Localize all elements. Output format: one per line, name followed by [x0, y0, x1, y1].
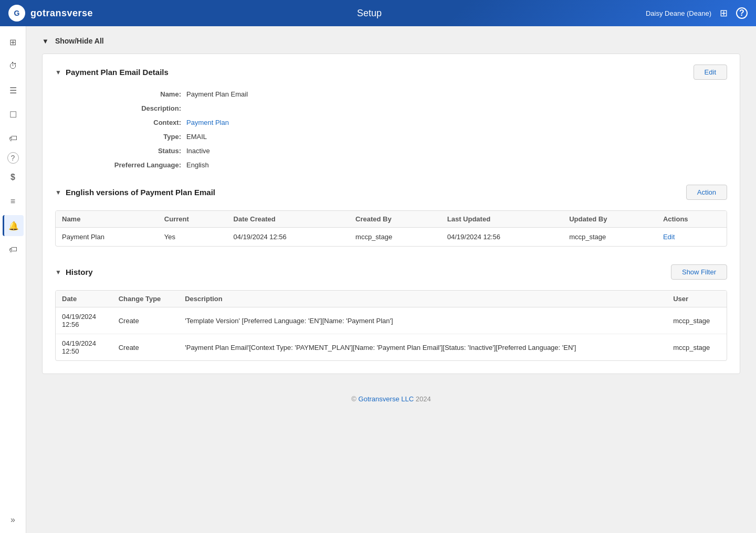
col-last-updated: Last Updated — [441, 211, 563, 228]
payment-plan-details-arrow: ▼ — [55, 69, 61, 76]
col-current: Current — [158, 211, 227, 228]
history-table: Date Change Type Description User 04/19/… — [56, 291, 727, 360]
cell-date-created: 04/19/2024 12:56 — [227, 228, 349, 247]
cell-name: Payment Plan — [56, 228, 158, 247]
sidebar-item-clock[interactable]: ⏱ — [3, 56, 24, 77]
sidebar-item-page[interactable]: ☐ — [3, 104, 24, 125]
payment-plan-details-title-text: Payment Plan Email Details — [66, 68, 169, 77]
history-table-wrapper: Date Change Type Description User 04/19/… — [55, 290, 727, 361]
history-cell-change-type-2: Create — [112, 334, 179, 361]
name-value: Payment Plan Email — [186, 90, 727, 98]
history-cell-date-2: 04/19/202412:50 — [56, 334, 112, 361]
cell-created-by: mccp_stage — [349, 228, 441, 247]
edit-button[interactable]: Edit — [694, 65, 727, 80]
english-versions-table-head: Name Current Date Created Created By Las… — [56, 211, 727, 228]
sidebar-item-bag[interactable]: 🏷 — [3, 128, 24, 149]
page-title: Setup — [357, 8, 382, 19]
table-row: Payment Plan Yes 04/19/2024 12:56 mccp_s… — [56, 228, 727, 247]
preferred-language-value: English — [186, 161, 727, 169]
main-card: ▼ Payment Plan Email Details Edit Name: … — [42, 54, 740, 374]
history-col-user: User — [667, 291, 727, 307]
history-col-change-type: Change Type — [112, 291, 179, 307]
sidebar-item-tag[interactable]: 🏷 — [3, 239, 24, 260]
top-nav-left: G gotransverse — [8, 5, 93, 22]
sidebar-item-lines[interactable]: ≡ — [3, 191, 24, 212]
english-versions-table-wrapper: Name Current Date Created Created By Las… — [55, 210, 727, 247]
show-hide-label: Show/Hide All — [55, 37, 104, 45]
history-cell-description-1: 'Template Version' [Preferred Language: … — [178, 307, 667, 334]
description-value — [186, 104, 727, 112]
show-hide-all[interactable]: ▼ Show/Hide All — [42, 37, 740, 45]
history-table-head: Date Change Type Description User — [56, 291, 727, 307]
show-hide-arrow: ▼ — [42, 37, 49, 45]
top-nav-right: Daisy Deane (Deane) ⊞ ? — [646, 7, 748, 19]
show-filter-button[interactable]: Show Filter — [671, 264, 727, 280]
logo: G — [8, 5, 25, 22]
history-table-body: 04/19/202412:56 Create 'Template Version… — [56, 307, 727, 361]
english-versions-arrow: ▼ — [55, 189, 61, 196]
history-cell-user-1: mccp_stage — [667, 307, 727, 334]
english-versions-title-text: English versions of Payment Plan Email — [66, 188, 215, 197]
english-versions-table-header-row: Name Current Date Created Created By Las… — [56, 211, 727, 228]
grid-nav-icon[interactable]: ⊞ — [720, 7, 728, 19]
english-versions-title: ▼ English versions of Payment Plan Email — [55, 188, 215, 197]
payment-plan-details-title: ▼ Payment Plan Email Details — [55, 68, 169, 77]
status-value: Inactive — [186, 147, 727, 155]
footer: © Gotransverse LLC 2024 — [42, 385, 740, 413]
description-label: Description: — [76, 104, 181, 112]
col-name: Name — [56, 211, 158, 228]
english-versions-table-body: Payment Plan Yes 04/19/2024 12:56 mccp_s… — [56, 228, 727, 247]
history-title-text: History — [66, 268, 93, 276]
col-created-by: Created By — [349, 211, 441, 228]
type-value: EMAIL — [186, 133, 727, 141]
top-navigation: G gotransverse Setup Daisy Deane (Deane)… — [0, 0, 756, 26]
sidebar: ⊞ ⏱ ☰ ☐ 🏷 ? $ ≡ 🔔 🏷 » — [0, 26, 26, 533]
col-date-created: Date Created — [227, 211, 349, 228]
footer-copyright: © — [351, 395, 356, 403]
context-label: Context: — [76, 119, 181, 126]
history-arrow: ▼ — [55, 269, 61, 276]
type-label: Type: — [76, 133, 181, 141]
main-content: ▼ Show/Hide All ▼ Payment Plan Email Det… — [26, 26, 756, 533]
history-col-description: Description — [178, 291, 667, 307]
table-row: 04/19/202412:56 Create 'Template Version… — [56, 307, 727, 334]
logo-text: G — [14, 9, 20, 17]
history-header: ▼ History Show Filter — [55, 264, 727, 280]
sidebar-item-bell[interactable]: 🔔 — [3, 215, 24, 236]
english-versions-header: ▼ English versions of Payment Plan Email… — [55, 185, 727, 200]
history-title: ▼ History — [55, 268, 93, 276]
app-name: gotransverse — [30, 8, 93, 19]
footer-year: 2024 — [416, 395, 431, 403]
cell-updated-by: mccp_stage — [563, 228, 657, 247]
history-cell-change-type-1: Create — [112, 307, 179, 334]
preferred-language-label: Preferred Language: — [76, 161, 181, 169]
context-value[interactable]: Payment Plan — [186, 119, 727, 126]
details-grid: Name: Payment Plan Email Description: Co… — [76, 90, 727, 169]
name-label: Name: — [76, 90, 181, 98]
sidebar-item-grid[interactable]: ⊞ — [3, 31, 24, 52]
user-name[interactable]: Daisy Deane (Deane) — [646, 9, 711, 17]
sidebar-item-dollar[interactable]: $ — [3, 167, 24, 188]
history-cell-user-2: mccp_stage — [667, 334, 727, 361]
history-col-date: Date — [56, 291, 112, 307]
cell-actions[interactable]: Edit — [657, 228, 727, 247]
cell-current: Yes — [158, 228, 227, 247]
help-nav-icon[interactable]: ? — [736, 7, 748, 19]
col-actions: Actions — [657, 211, 727, 228]
action-button[interactable]: Action — [686, 185, 727, 200]
col-updated-by: Updated By — [563, 211, 657, 228]
footer-link[interactable]: Gotransverse LLC — [359, 395, 414, 403]
payment-plan-details-header: ▼ Payment Plan Email Details Edit — [55, 65, 727, 80]
history-cell-description-2: 'Payment Plan Email'[Context Type: 'PAYM… — [178, 334, 667, 361]
table-row: 04/19/202412:50 Create 'Payment Plan Ema… — [56, 334, 727, 361]
sidebar-item-help[interactable]: ? — [7, 152, 19, 164]
english-versions-table: Name Current Date Created Created By Las… — [56, 211, 727, 246]
history-cell-date-1: 04/19/202412:56 — [56, 307, 112, 334]
cell-last-updated: 04/19/2024 12:56 — [441, 228, 563, 247]
history-table-header-row: Date Change Type Description User — [56, 291, 727, 307]
sidebar-item-list[interactable]: ☰ — [3, 80, 24, 101]
sidebar-item-expand[interactable]: » — [3, 512, 24, 533]
status-label: Status: — [76, 147, 181, 155]
